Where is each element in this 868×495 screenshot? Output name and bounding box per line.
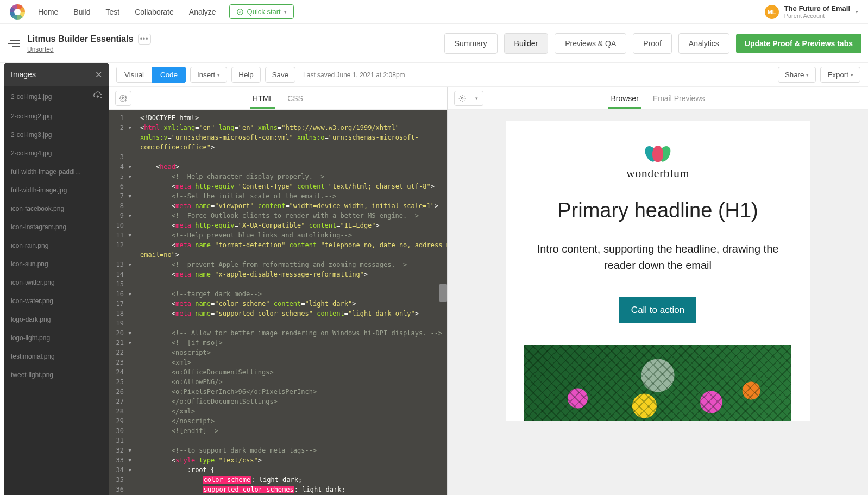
- insert-label: Insert: [197, 71, 215, 79]
- account-title: The Future of Email: [784, 4, 850, 12]
- top-nav: Home Build Test Collaborate Analyze Quic…: [0, 0, 868, 24]
- nav-home[interactable]: Home: [38, 8, 58, 16]
- document-title: Litmus Builder Essentials: [27, 34, 134, 44]
- share-button[interactable]: Share▾: [778, 67, 816, 83]
- images-panel-header: Images ✕: [4, 63, 109, 86]
- export-label: Export: [827, 71, 848, 79]
- update-proof-previews-button[interactable]: Update Proof & Previews tabs: [736, 34, 861, 53]
- svg-point-0: [237, 9, 243, 15]
- quick-start-label: Quick start: [247, 8, 281, 16]
- user-menu[interactable]: ML The Future of Email Parent Account ▾: [765, 4, 858, 19]
- tab-summary[interactable]: Summary: [444, 33, 498, 54]
- help-button[interactable]: Help: [231, 67, 260, 83]
- doc-title-area: Litmus Builder Essentials ••• Unsorted: [27, 34, 151, 53]
- save-button[interactable]: Save: [265, 67, 295, 83]
- check-circle-icon: [236, 8, 244, 16]
- sub-header: Litmus Builder Essentials ••• Unsorted S…: [0, 24, 868, 63]
- nav-collaborate[interactable]: Collaborate: [135, 8, 174, 16]
- tab-proof[interactable]: Proof: [633, 33, 671, 54]
- image-list-item[interactable]: 2-col-img1.jpg: [4, 86, 109, 87]
- nav-test[interactable]: Test: [106, 8, 120, 16]
- nav-build[interactable]: Build: [73, 8, 90, 16]
- quick-start-button[interactable]: Quick start ▾: [229, 4, 294, 19]
- menu-toggle-icon[interactable]: [7, 37, 20, 50]
- tab-analytics[interactable]: Analytics: [678, 33, 729, 54]
- last-saved-text: Last saved June 1, 2021 at 2:08pm: [303, 71, 405, 79]
- share-label: Share: [785, 71, 804, 79]
- tab-previews-qa[interactable]: Previews & QA: [555, 33, 626, 54]
- document-category-link[interactable]: Unsorted: [27, 46, 54, 53]
- visual-mode-button[interactable]: Visual: [116, 67, 152, 83]
- tab-builder[interactable]: Builder: [504, 33, 549, 54]
- avatar: ML: [765, 5, 779, 19]
- view-mode-segment: Visual Code: [116, 67, 186, 83]
- chevron-down-icon: ▾: [284, 9, 287, 15]
- close-icon[interactable]: ✕: [95, 70, 102, 80]
- code-mode-button[interactable]: Code: [152, 67, 186, 83]
- document-actions-button[interactable]: •••: [138, 34, 151, 45]
- nav-links: Home Build Test Collaborate Analyze: [38, 8, 216, 16]
- images-panel-title: Images: [11, 70, 36, 79]
- export-button[interactable]: Export▾: [820, 67, 860, 83]
- images-list[interactable]: 2-col-img1.jpg2-col-img2.jpg2-col-img3.j…: [4, 86, 109, 87]
- insert-button[interactable]: Insert▾: [190, 67, 227, 83]
- account-sub: Parent Account: [784, 12, 850, 19]
- chevron-down-icon: ▾: [806, 72, 809, 78]
- user-text: The Future of Email Parent Account: [784, 4, 850, 19]
- app-logo-icon[interactable]: [10, 4, 25, 20]
- builder-toolbar: Visual Code Insert▾ Help Save Last saved…: [109, 63, 868, 87]
- chevron-down-icon: ▾: [217, 72, 220, 78]
- section-tabs: Summary Builder Previews & QA Proof Anal…: [444, 33, 729, 54]
- nav-analyze[interactable]: Analyze: [189, 8, 216, 16]
- chevron-down-icon: ▾: [856, 9, 858, 15]
- chevron-down-icon: ▾: [851, 72, 853, 78]
- images-panel: Images ✕ 2-col-img1.jpg2-col-img2.jpg2-c…: [4, 63, 109, 87]
